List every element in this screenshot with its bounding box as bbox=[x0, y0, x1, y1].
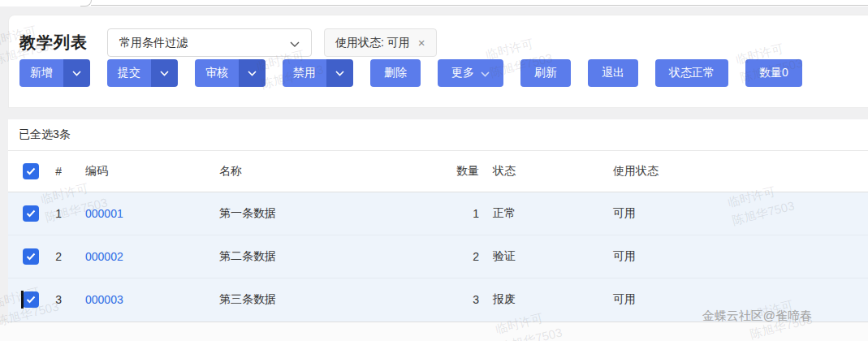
toolbar-panel: 教学列表 常用条件过滤 使用状态: 可用 × 新增 提交 审核 禁用 删 bbox=[8, 15, 868, 108]
status-normal-button[interactable]: 状态正常 bbox=[655, 59, 728, 87]
grid-header-row: # 编码 名称 数量 状态 使用状态 bbox=[8, 151, 868, 192]
grid-panel: 已全选3条 # 编码 名称 数量 状态 使用状态 bbox=[8, 119, 868, 322]
exit-button[interactable]: 退出 bbox=[588, 59, 638, 87]
row-status: 报废 bbox=[487, 278, 607, 322]
col-header-index[interactable]: # bbox=[41, 151, 62, 192]
focus-cursor-bar bbox=[21, 291, 24, 309]
filter-select-value: 常用条件过滤 bbox=[119, 36, 188, 50]
delete-button[interactable]: 删除 bbox=[370, 59, 421, 87]
chevron-down-icon bbox=[290, 37, 300, 50]
more-button[interactable]: 更多 bbox=[438, 59, 503, 87]
tab-corner-curve bbox=[80, 0, 92, 6]
col-header-usage[interactable]: 使用状态 bbox=[607, 151, 868, 192]
page-title: 教学列表 bbox=[19, 32, 88, 54]
filter-tag-label: 使用状态: 可用 bbox=[335, 36, 410, 50]
audit-button-label[interactable]: 审核 bbox=[195, 59, 239, 87]
col-header-status[interactable]: 状态 bbox=[487, 151, 607, 192]
row-checkbox[interactable] bbox=[23, 291, 39, 308]
row-checkbox[interactable] bbox=[23, 248, 39, 265]
disable-button-label[interactable]: 禁用 bbox=[283, 59, 326, 87]
row-index: 3 bbox=[41, 278, 62, 322]
selection-summary-text: 已全选3条 bbox=[19, 127, 71, 142]
submit-button[interactable]: 提交 bbox=[107, 59, 178, 87]
browser-tab-strip bbox=[0, 0, 868, 6]
more-button-label: 更多 bbox=[451, 66, 474, 80]
row-code-link[interactable]: 000002 bbox=[85, 250, 123, 263]
row-index: 1 bbox=[41, 192, 62, 235]
chevron-down-icon bbox=[481, 67, 490, 80]
new-dropdown-arrow[interactable] bbox=[63, 59, 90, 87]
row-status: 正常 bbox=[487, 192, 607, 235]
row-index: 2 bbox=[41, 235, 62, 278]
selection-summary-bar: 已全选3条 bbox=[8, 119, 868, 151]
toolbar-buttons-row: 新增 提交 审核 禁用 删除 更多 刷新 退出 状态正常 数量0 bbox=[9, 59, 868, 87]
row-usage: 可用 bbox=[607, 192, 868, 235]
submit-dropdown-arrow[interactable] bbox=[151, 59, 178, 87]
title-row: 教学列表 常用条件过滤 使用状态: 可用 × bbox=[9, 15, 868, 58]
row-status: 验证 bbox=[487, 235, 607, 278]
disable-button[interactable]: 禁用 bbox=[283, 59, 353, 87]
tab-divider-line bbox=[91, 5, 868, 6]
data-grid: # 编码 名称 数量 状态 使用状态 1 000001 第一条数据 1 正常 可… bbox=[8, 151, 868, 322]
audit-dropdown-arrow[interactable] bbox=[239, 59, 266, 87]
row-name: 第二条数据 bbox=[196, 235, 425, 278]
col-header-code[interactable]: 编码 bbox=[62, 151, 196, 192]
disable-dropdown-arrow[interactable] bbox=[326, 59, 353, 87]
row-code-link[interactable]: 000003 bbox=[85, 293, 123, 306]
row-checkbox[interactable] bbox=[23, 205, 39, 222]
col-header-name[interactable]: 名称 bbox=[196, 151, 425, 192]
row-code-link[interactable]: 000001 bbox=[85, 207, 123, 220]
row-qty: 3 bbox=[425, 278, 487, 322]
community-credit-text: 金蝶云社区@雀啼春 bbox=[702, 309, 812, 324]
new-button[interactable]: 新增 bbox=[19, 59, 90, 87]
close-icon[interactable]: × bbox=[418, 36, 425, 50]
row-name: 第一条数据 bbox=[196, 192, 425, 235]
quantity-zero-button[interactable]: 数量0 bbox=[745, 59, 802, 87]
footer-area bbox=[0, 322, 868, 341]
submit-button-label[interactable]: 提交 bbox=[107, 59, 151, 87]
row-qty: 2 bbox=[425, 235, 487, 278]
filter-scheme-select[interactable]: 常用条件过滤 bbox=[107, 28, 312, 57]
row-qty: 1 bbox=[425, 192, 487, 235]
table-row[interactable]: 2 000002 第二条数据 2 验证 可用 bbox=[8, 235, 868, 278]
select-all-checkbox[interactable] bbox=[23, 163, 39, 179]
filter-tag[interactable]: 使用状态: 可用 × bbox=[324, 28, 437, 57]
new-button-label[interactable]: 新增 bbox=[19, 59, 63, 87]
row-name: 第三条数据 bbox=[196, 278, 425, 322]
table-row[interactable]: 1 000001 第一条数据 1 正常 可用 bbox=[8, 192, 868, 235]
refresh-button[interactable]: 刷新 bbox=[520, 59, 571, 87]
row-usage: 可用 bbox=[607, 235, 868, 278]
col-header-qty[interactable]: 数量 bbox=[425, 151, 487, 192]
audit-button[interactable]: 审核 bbox=[195, 59, 266, 87]
